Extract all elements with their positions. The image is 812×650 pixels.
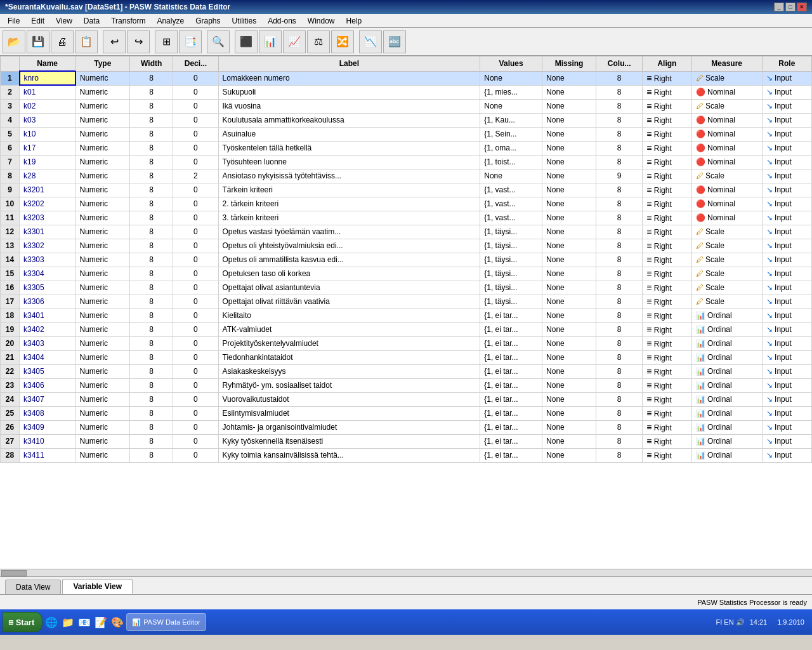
cell-name[interactable]: k17 [20, 141, 75, 155]
table-row[interactable]: 2 k01 Numeric 8 0 Sukupuoli {1, mies... … [1, 85, 812, 99]
cell-align[interactable]: ≡ Right [643, 350, 691, 364]
cell-values[interactable]: {1, ei tar... [480, 308, 542, 322]
cell-role[interactable]: ↘ Input [762, 295, 811, 308]
cell-name[interactable]: k03 [20, 113, 75, 127]
toolbar-redo[interactable]: ↪ [127, 30, 150, 53]
col-header-width[interactable]: Width [130, 56, 173, 72]
cell-missing[interactable]: None [542, 364, 596, 378]
cell-measure[interactable]: 📊 Ordinal [691, 322, 762, 336]
cell-name[interactable]: k10 [20, 127, 75, 141]
cell-width[interactable]: 8 [130, 183, 173, 197]
cell-deci[interactable]: 0 [173, 141, 218, 155]
cell-align[interactable]: ≡ Right [643, 281, 691, 295]
cell-name[interactable]: k3405 [20, 364, 75, 378]
cell-missing[interactable]: None [542, 406, 596, 420]
cell-values[interactable]: {1, vast... [480, 183, 542, 197]
cell-role[interactable]: ↘ Input [762, 267, 811, 281]
cell-width[interactable]: 8 [130, 378, 173, 392]
cell-missing[interactable]: None [542, 253, 596, 267]
cell-measure[interactable]: 🖊 Scale [691, 169, 762, 183]
cell-label[interactable]: Opetuksen taso oli korkea [218, 267, 480, 281]
cell-type[interactable]: Numeric [75, 378, 130, 392]
cell-measure[interactable]: 🖊 Scale [691, 99, 762, 113]
cell-width[interactable]: 8 [130, 448, 173, 462]
cell-align[interactable]: ≡ Right [643, 155, 691, 169]
cell-label[interactable]: Opettajat olivat asiantuntevia [218, 281, 480, 295]
cell-missing[interactable]: None [542, 448, 596, 462]
cell-type[interactable]: Numeric [75, 322, 130, 336]
col-header-missing[interactable]: Missing [542, 56, 596, 72]
cell-deci[interactable]: 0 [173, 308, 218, 322]
cell-width[interactable]: 8 [130, 267, 173, 281]
cell-name[interactable]: k3301 [20, 225, 75, 239]
cell-width[interactable]: 8 [130, 155, 173, 169]
cell-measure[interactable]: 📊 Ordinal [691, 364, 762, 378]
cell-deci[interactable]: 0 [173, 406, 218, 420]
cell-align[interactable]: ≡ Right [643, 308, 691, 322]
cell-values[interactable]: None [480, 71, 542, 85]
cell-name[interactable]: k3305 [20, 281, 75, 295]
cell-align[interactable]: ≡ Right [643, 85, 691, 99]
table-row[interactable]: 8 k28 Numeric 8 2 Ansiotaso nykyisissä t… [1, 169, 812, 183]
cell-role[interactable]: ↘ Input [762, 308, 811, 322]
cell-missing[interactable]: None [542, 420, 596, 434]
cell-missing[interactable]: None [542, 71, 596, 85]
cell-deci[interactable]: 0 [173, 197, 218, 211]
cell-type[interactable]: Numeric [75, 183, 130, 197]
horizontal-scrollbar[interactable] [0, 569, 812, 576]
tab-data-view[interactable]: Data View [5, 580, 61, 594]
cell-missing[interactable]: None [542, 141, 596, 155]
cell-role[interactable]: ↘ Input [762, 85, 811, 99]
cell-role[interactable]: ↘ Input [762, 392, 811, 406]
cell-type[interactable]: Numeric [75, 281, 130, 295]
menu-help[interactable]: Help [341, 15, 367, 27]
cell-role[interactable]: ↘ Input [762, 281, 811, 295]
cell-missing[interactable]: None [542, 155, 596, 169]
cell-label[interactable]: Esiintymisvalmiudet [218, 406, 480, 420]
cell-role[interactable]: ↘ Input [762, 239, 811, 253]
cell-deci[interactable]: 0 [173, 378, 218, 392]
table-row[interactable]: 24 k3407 Numeric 8 0 Vuorovaikutustaidot… [1, 392, 812, 406]
cell-missing[interactable]: None [542, 99, 596, 113]
cell-col[interactable]: 8 [596, 183, 643, 197]
cell-name[interactable]: k3403 [20, 336, 75, 350]
cell-col[interactable]: 8 [596, 155, 643, 169]
toolbar-print[interactable]: 🖨 [51, 30, 74, 53]
cell-missing[interactable]: None [542, 336, 596, 350]
cell-deci[interactable]: 0 [173, 364, 218, 378]
cell-measure[interactable]: 🔴 Nominal [691, 211, 762, 225]
col-header-type[interactable]: Type [75, 56, 130, 72]
cell-role[interactable]: ↘ Input [762, 378, 811, 392]
cell-measure[interactable]: 📊 Ordinal [691, 350, 762, 364]
cell-measure[interactable]: 🖊 Scale [691, 281, 762, 295]
cell-values[interactable]: None [480, 99, 542, 113]
cell-type[interactable]: Numeric [75, 406, 130, 420]
cell-deci[interactable]: 0 [173, 322, 218, 336]
main-table-area[interactable]: Name Type Width Deci... Label Values Mis… [0, 56, 812, 569]
cell-align[interactable]: ≡ Right [643, 392, 691, 406]
menu-edit[interactable]: Edit [26, 15, 49, 27]
cell-missing[interactable]: None [542, 308, 596, 322]
cell-values[interactable]: {1, täysi... [480, 295, 542, 308]
cell-label[interactable]: Ansiotaso nykyisissä työtehtäviss... [218, 169, 480, 183]
col-header-values[interactable]: Values [480, 56, 542, 72]
cell-role[interactable]: ↘ Input [762, 71, 811, 85]
toolbar-open[interactable]: 📂 [3, 30, 25, 53]
table-row[interactable]: 28 k3411 Numeric 8 0 Kyky toimia kansain… [1, 448, 812, 462]
table-row[interactable]: 16 k3305 Numeric 8 0 Opettajat olivat as… [1, 281, 812, 295]
cell-measure[interactable]: 🔴 Nominal [691, 113, 762, 127]
toolbar-dialog-recall[interactable]: 📋 [75, 30, 98, 53]
start-button[interactable]: ⊞ Start [3, 612, 43, 632]
cell-width[interactable]: 8 [130, 225, 173, 239]
cell-label[interactable]: Koulutusala ammattikorkeakoulussa [218, 113, 480, 127]
cell-missing[interactable]: None [542, 295, 596, 308]
cell-values[interactable]: None [480, 169, 542, 183]
cell-name[interactable]: k01 [20, 85, 75, 99]
cell-name[interactable]: knro [20, 71, 75, 85]
cell-measure[interactable]: 🔴 Nominal [691, 127, 762, 141]
col-header-name[interactable]: Name [20, 56, 75, 72]
cell-width[interactable]: 8 [130, 392, 173, 406]
cell-type[interactable]: Numeric [75, 336, 130, 350]
cell-type[interactable]: Numeric [75, 239, 130, 253]
cell-align[interactable]: ≡ Right [643, 141, 691, 155]
